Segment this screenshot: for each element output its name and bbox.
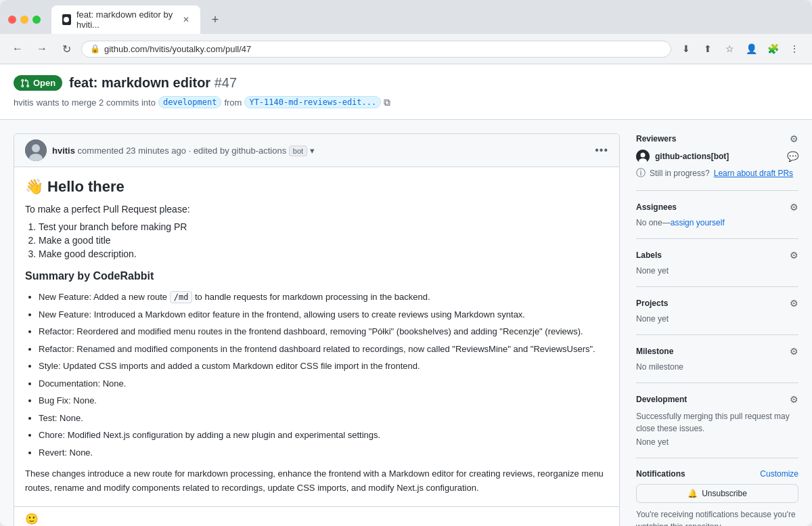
pr-title: feat: markdown editor #47	[69, 75, 237, 91]
assign-yourself-link[interactable]: assign yourself	[671, 218, 725, 227]
development-header: Development ⚙	[636, 394, 798, 405]
tab-title: feat: markdown editor by hviti...	[76, 9, 175, 30]
projects-section: Projects ⚙ None yet	[636, 298, 798, 335]
bullet-2: Refactor: Reordered and modified menu ro…	[39, 325, 608, 338]
labels-settings-icon[interactable]: ⚙	[790, 250, 798, 261]
info-icon: ⓘ	[636, 167, 646, 179]
milestone-section: Milestone ⚙ No milestone	[636, 346, 798, 383]
summary-text: These changes introduce a new route for …	[25, 467, 608, 496]
comment-more-button[interactable]: •••	[595, 144, 608, 156]
unsubscribe-button[interactable]: 🔔 Unsubscribe	[636, 484, 798, 503]
projects-header: Projects ⚙	[636, 298, 798, 309]
development-text: Successfully merging this pull request m…	[636, 410, 798, 435]
labels-header: Labels ⚙	[636, 250, 798, 261]
comment-footer: 🙂	[14, 506, 619, 526]
forward-button[interactable]: →	[32, 39, 51, 58]
tab-favicon	[62, 14, 71, 25]
pr-body: hvitis commented 23 minutes ago · edited…	[14, 133, 620, 526]
open-badge-label: Open	[33, 78, 55, 88]
assignees-value[interactable]: No one—assign yourself	[636, 218, 798, 227]
copy-branch-button[interactable]: ⧉	[384, 97, 390, 108]
emoji-reaction-button[interactable]: 🙂	[25, 513, 39, 525]
tab-close-button[interactable]: ✕	[183, 15, 189, 24]
assignees-label: Assignees	[636, 202, 677, 212]
projects-label: Projects	[636, 299, 668, 308]
close-dot[interactable]	[8, 16, 16, 24]
pr-title-row: Open feat: markdown editor #47	[14, 75, 798, 91]
assignees-settings-icon[interactable]: ⚙	[790, 202, 798, 213]
source-branch[interactable]: YT-1140-md-reviews-edit...	[244, 96, 381, 108]
milestone-settings-icon[interactable]: ⚙	[790, 346, 798, 357]
dropdown-arrow[interactable]: ▾	[310, 146, 315, 156]
pr-from: from	[224, 97, 242, 108]
bullet-6: Bug Fix: None.	[39, 394, 608, 408]
pr-number: #47	[215, 75, 237, 90]
bullet-4: Style: Updated CSS imports and added a c…	[39, 359, 608, 373]
minimize-dot[interactable]	[20, 16, 28, 24]
reviewer-comment-icon[interactable]: 💬	[787, 151, 798, 162]
back-button[interactable]: ←	[8, 39, 27, 58]
commenter-username: hvitis	[52, 146, 75, 156]
comment-card: hvitis commented 23 minutes ago · edited…	[14, 133, 620, 526]
development-label: Development	[636, 395, 687, 404]
draft-label: Still in progress?	[650, 169, 710, 178]
development-none: None yet	[636, 437, 798, 447]
development-section: Development ⚙ Successfully merging this …	[636, 394, 798, 458]
customize-link[interactable]: Customize	[760, 469, 798, 479]
browser-chrome: feat: markdown editor by hviti... ✕ +	[0, 0, 812, 34]
checklist-item-3: Make good description.	[39, 248, 608, 259]
lock-icon: 🔒	[90, 44, 100, 53]
extensions-icon[interactable]: 🧩	[763, 39, 782, 58]
svg-point-0	[64, 17, 69, 22]
app-window: feat: markdown editor by hviti... ✕ + ← …	[0, 0, 812, 526]
draft-info: ⓘ Still in progress? Learn about draft P…	[636, 167, 798, 179]
menu-icon[interactable]: ⋮	[785, 39, 804, 58]
reviewers-settings-icon[interactable]: ⚙	[790, 133, 798, 144]
maximize-dot[interactable]	[32, 16, 41, 24]
address-bar[interactable]: 🔒 github.com/hvitis/youtalky.com/pull/47	[81, 41, 671, 58]
route-code: /md	[170, 291, 193, 303]
comment-edited-by: edited by github-actions	[194, 146, 286, 156]
draft-link[interactable]: Learn about draft PRs	[714, 169, 793, 178]
bullet-1: New Feature: Introduced a Markdown edito…	[39, 308, 608, 322]
pr-status-badge: Open	[14, 75, 62, 91]
bullet-5: Documentation: None.	[39, 377, 608, 391]
pr-checklist: Test your branch before making PR Make a…	[39, 221, 608, 259]
pr-action: wants to merge 2 commits into	[37, 97, 156, 108]
svg-point-2	[32, 144, 40, 152]
bullet-8: Chore: Modified Next.js configuration by…	[39, 429, 608, 442]
milestone-header: Milestone ⚙	[636, 346, 798, 357]
bot-badge: bot	[289, 146, 307, 156]
active-tab[interactable]: feat: markdown editor by hviti... ✕	[51, 5, 200, 34]
notifications-label: Notifications	[636, 469, 685, 479]
assignees-section: Assignees ⚙ No one—assign yourself	[636, 202, 798, 239]
notifications-header: Notifications Customize	[636, 469, 798, 479]
checklist-item-1: Test your branch before making PR	[39, 221, 608, 232]
comment-edited: ·	[189, 146, 194, 156]
comment-actions: •••	[595, 144, 608, 156]
checklist-item-2: Make a good title	[39, 235, 608, 246]
milestone-label: Milestone	[636, 347, 673, 356]
main-content: hvitis commented 23 minutes ago · edited…	[0, 120, 812, 526]
nav-actions: ⬇ ⬆ ☆ 👤 🧩 ⋮	[677, 39, 804, 58]
bullet-3: Refactor: Renamed and modified component…	[39, 343, 608, 356]
comment-body: 👋 Hello there To make a perfect Pull Req…	[14, 167, 619, 506]
pr-sidebar: Reviewers ⚙ github-actions[bot] 💬 ⓘ Stil…	[636, 133, 798, 526]
comment-meta: hvitis commented 23 minutes ago · edited…	[52, 146, 589, 156]
page-content: Open feat: markdown editor #47 hvitis wa…	[0, 64, 812, 526]
new-tab-button[interactable]: +	[206, 10, 225, 29]
bookmark-icon[interactable]: ☆	[720, 39, 739, 58]
comment-time: commented 23 minutes ago	[78, 146, 186, 156]
target-branch[interactable]: development	[158, 96, 221, 108]
share-icon[interactable]: ⬆	[698, 39, 717, 58]
profile-icon[interactable]: 👤	[742, 39, 761, 58]
download-icon[interactable]: ⬇	[677, 39, 696, 58]
development-settings-icon[interactable]: ⚙	[790, 394, 798, 405]
reviewer-username: github-actions[bot]	[655, 152, 729, 161]
reviewers-section: Reviewers ⚙ github-actions[bot] 💬 ⓘ Stil…	[636, 133, 798, 191]
projects-settings-icon[interactable]: ⚙	[790, 298, 798, 309]
bullet-9: Revert: None.	[39, 446, 608, 460]
milestone-value: No milestone	[636, 362, 798, 372]
reload-button[interactable]: ↻	[57, 39, 76, 58]
reviewers-header: Reviewers ⚙	[636, 133, 798, 144]
